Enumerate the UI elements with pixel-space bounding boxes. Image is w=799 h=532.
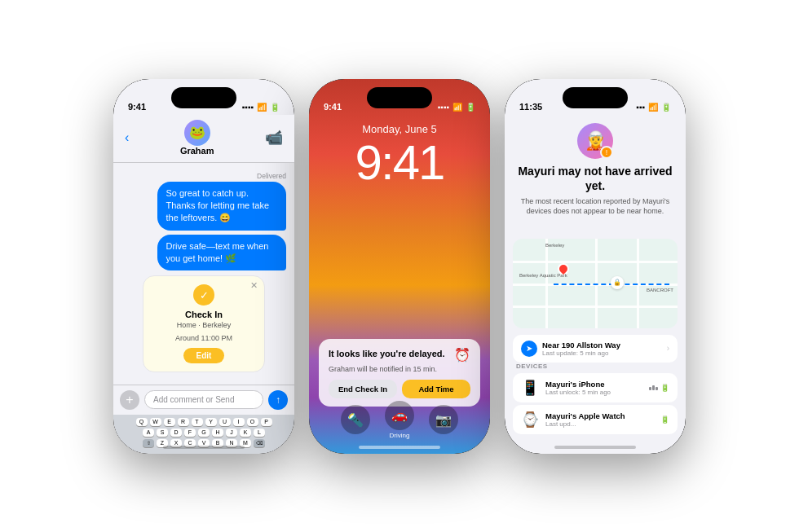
key-w[interactable]: W — [150, 418, 161, 426]
key-r[interactable]: R — [178, 418, 189, 426]
map-background: 🔒 Berkeley Berkeley Aquatic Park BANCROF… — [513, 239, 678, 328]
checkin-close-button[interactable]: ✕ — [250, 280, 258, 291]
key-u[interactable]: U — [219, 418, 231, 426]
watch-status: 🔋 — [660, 415, 669, 424]
alert-title: Mayuri may not have arrived yet. — [516, 164, 674, 193]
key-k[interactable]: K — [240, 429, 251, 437]
driving-icon[interactable]: 🚗 — [385, 401, 414, 430]
key-g[interactable]: G — [198, 429, 210, 437]
location-info: ➤ Near 190 Allston Way Last update: 5 mi… — [521, 341, 620, 357]
key-l[interactable]: L — [254, 429, 265, 437]
watch-battery-icon: 🔋 — [660, 415, 669, 424]
location-update: Last update: 5 min ago — [542, 350, 620, 357]
checkin-card: ✕ ✓ Check In Home · Berkeley Around 11:0… — [143, 275, 265, 372]
send-button[interactable]: ↑ — [268, 390, 288, 410]
key-e[interactable]: E — [164, 418, 175, 426]
devices-section: DEVICES 📱 Mayuri's iPhone Last unlock: 5… — [513, 363, 678, 437]
checkin-alert-screen: 11:35 ▪▪▪ 📶 🔋 Done 🧝 ! Mayuri may not ha… — [505, 79, 686, 454]
location-row[interactable]: ➤ Near 190 Allston Way Last update: 5 mi… — [513, 335, 678, 363]
location-icon: ➤ — [521, 341, 537, 357]
key-q[interactable]: Q — [136, 418, 148, 426]
add-time-button[interactable]: Add Time — [402, 380, 470, 398]
signal-icon: ▪▪▪▪ — [242, 103, 254, 112]
contact-name: Graham — [180, 146, 214, 156]
key-t[interactable]: T — [192, 418, 203, 426]
watch-sub: Last upd... — [545, 420, 625, 428]
battery-icon-3: 🔋 — [661, 103, 671, 112]
watch-device-row[interactable]: ⌚ Mayuri's Apple Watch Last upd... 🔋 — [513, 405, 678, 434]
location-map[interactable]: 🔒 Berkeley Berkeley Aquatic Park BANCROF… — [513, 239, 678, 328]
map-label-bancroft: BANCROFT — [647, 288, 673, 292]
iphone-icon: 📱 — [521, 379, 539, 397]
video-call-button[interactable]: 📹 — [265, 129, 283, 147]
status-icons: ▪▪▪▪ 📶 🔋 — [242, 103, 280, 112]
emoji-button[interactable]: ☺ — [120, 450, 128, 454]
dynamic-island — [171, 87, 236, 108]
lockscreen-screen: 9:41 ▪▪▪▪ 📶 🔋 Monday, June 5 9:41 It loo… — [309, 79, 490, 454]
iphone-device-row[interactable]: 📱 Mayuri's iPhone Last unlock: 5 min ago… — [513, 373, 678, 402]
key-i[interactable]: I — [233, 418, 245, 426]
iphone-status: 🔋 — [649, 384, 669, 392]
add-attachment-button[interactable]: + — [120, 390, 139, 410]
status-time-3: 11:35 — [519, 102, 542, 112]
sent-message-1: So great to catch up. Thanks for letting… — [157, 182, 286, 231]
message-input-bar: + Add comment or Send ↑ — [113, 385, 294, 415]
wifi-icon-3: 📶 — [648, 103, 658, 112]
key-y[interactable]: Y — [205, 418, 217, 426]
status-icons-3: ▪▪▪ 📶 🔋 — [636, 103, 671, 112]
signal-bars — [649, 385, 658, 390]
key-s[interactable]: S — [157, 429, 168, 437]
status-icons-2: ▪▪▪▪ 📶 🔋 — [438, 103, 475, 112]
message-input[interactable]: Add comment or Send — [144, 390, 263, 409]
camera-button[interactable]: 📷 — [429, 405, 458, 434]
status-time: 9:41 — [128, 102, 146, 112]
watch-icon: ⌚ — [521, 411, 539, 429]
key-d[interactable]: D — [170, 429, 182, 437]
key-j[interactable]: J — [226, 429, 237, 437]
home-indicator-3 — [554, 446, 636, 449]
messages-header: ‹ 🐸 Graham 📹 — [113, 115, 294, 163]
wifi-icon: 📶 — [257, 103, 267, 112]
key-delete[interactable]: ⌫ — [254, 439, 265, 447]
alert-badge: ! — [600, 146, 613, 159]
phone-lockscreen: 9:41 ▪▪▪▪ 📶 🔋 Monday, June 5 9:41 It loo… — [309, 79, 490, 454]
key-h[interactable]: H — [212, 429, 223, 437]
sent-message-2: Drive safe—text me when you get home! 🌿 — [157, 235, 286, 271]
back-button[interactable]: ‹ — [125, 130, 129, 145]
battery-icon: 🔋 — [270, 103, 280, 112]
checkin-notification: It looks like you're delayed. ⏰ Graham w… — [319, 339, 480, 407]
flashlight-button[interactable]: 🔦 — [341, 405, 370, 434]
key-f[interactable]: F — [184, 429, 196, 437]
bar2 — [652, 385, 655, 390]
mic-button[interactable]: 🎙 — [281, 451, 288, 454]
contact-info[interactable]: 🐸 Graham — [180, 120, 214, 156]
bar3 — [656, 387, 658, 390]
iphone-sub: Last unlock: 5 min ago — [545, 389, 611, 396]
checkin-time: Around 11:00 PM — [153, 334, 254, 342]
signal-icon-3: ▪▪▪ — [636, 103, 645, 112]
battery-icon-2: 🔋 — [466, 103, 475, 112]
key-a[interactable]: A — [143, 429, 154, 437]
devices-label: DEVICES — [513, 363, 678, 370]
signal-icon-2: ▪▪▪▪ — [438, 103, 449, 112]
map-label-berkeley: Berkeley — [545, 243, 564, 248]
messages-list: Delivered So great to catch up. Thanks f… — [113, 165, 294, 376]
key-shift[interactable]: ⇧ — [143, 439, 154, 447]
contact-avatar: 🐸 — [184, 120, 210, 146]
driving-mode: 🚗 Driving — [385, 401, 414, 439]
checkin-checkmark: ✓ — [193, 284, 214, 306]
key-o[interactable]: O — [247, 418, 258, 426]
chevron-right-icon: › — [667, 344, 669, 353]
notif-actions: End Check In Add Time — [329, 380, 470, 398]
checkin-card-title: Check In — [153, 310, 254, 319]
battery-low-icon: 🔋 — [660, 384, 669, 392]
checkin-edit-button[interactable]: Edit — [183, 348, 225, 363]
dynamic-island-3 — [563, 87, 628, 108]
scene: 9:41 ▪▪▪▪ 📶 🔋 ‹ 🐸 Graham 📹 Delivered — [0, 0, 799, 532]
end-checkin-button[interactable]: End Check In — [329, 380, 397, 398]
messages-screen: 9:41 ▪▪▪▪ 📶 🔋 ‹ 🐸 Graham 📹 Delivered — [113, 79, 294, 454]
key-p[interactable]: P — [261, 418, 272, 426]
notif-title: It looks like you're delayed. — [329, 349, 445, 358]
notif-subtitle: Graham will be notified in 15 min. — [329, 365, 470, 373]
location-text: Near 190 Allston Way Last update: 5 min … — [542, 341, 620, 357]
